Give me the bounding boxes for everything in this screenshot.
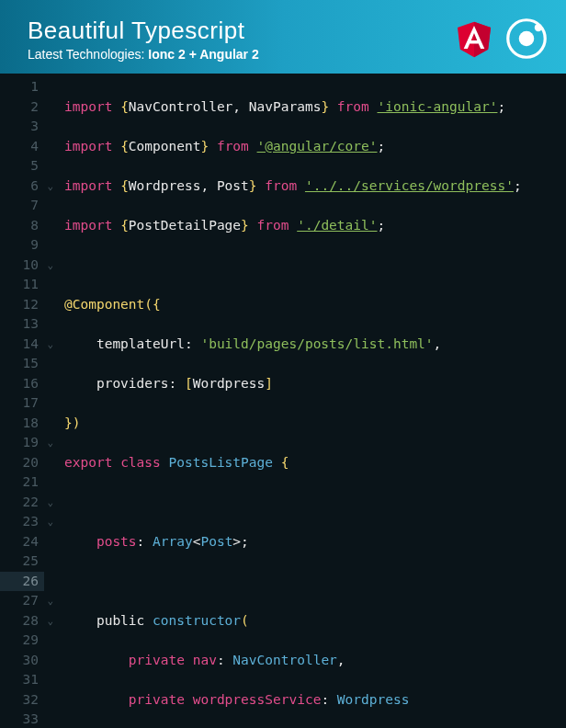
line-number: 32 bbox=[0, 690, 44, 711]
line-number: 2 bbox=[0, 97, 44, 118]
line-number: 4 bbox=[0, 137, 44, 157]
line-number: 28 bbox=[0, 611, 44, 631]
code-area[interactable]: import {NavController, NavParams} from '… bbox=[44, 74, 566, 728]
line-number: 13 bbox=[0, 314, 44, 335]
line-number: 21 bbox=[0, 472, 44, 493]
line-number: 12 bbox=[0, 295, 44, 315]
line-number: 19 bbox=[0, 433, 44, 453]
line-number: 22 bbox=[0, 493, 44, 513]
line-number: 3 bbox=[0, 117, 44, 137]
line-number: 29 bbox=[0, 631, 44, 651]
page-subtitle: Latest Technologies: Ionc 2 + Angular 2 bbox=[28, 47, 259, 62]
line-gutter: 1234567891011121314151617181920212223242… bbox=[0, 74, 44, 728]
line-number: 26 bbox=[0, 572, 44, 592]
line-number: 33 bbox=[0, 710, 44, 728]
line-number: 27 bbox=[0, 591, 44, 611]
svg-marker-1 bbox=[474, 22, 491, 57]
line-number: 14 bbox=[0, 335, 44, 355]
line-number: 7 bbox=[0, 196, 44, 216]
line-number: 15 bbox=[0, 354, 44, 374]
line-number: 5 bbox=[0, 156, 44, 176]
line-number: 10 bbox=[0, 256, 44, 276]
line-number: 25 bbox=[0, 552, 44, 572]
line-number: 20 bbox=[0, 453, 44, 473]
ionic-icon bbox=[505, 17, 548, 60]
line-number: 9 bbox=[0, 235, 44, 256]
line-number: 18 bbox=[0, 414, 44, 434]
line-number: 1 bbox=[0, 77, 44, 97]
logo-row bbox=[452, 16, 548, 62]
line-number: 11 bbox=[0, 275, 44, 295]
header-text: Beautiful Typescript Latest Technologies… bbox=[28, 17, 259, 62]
line-number: 31 bbox=[0, 670, 44, 690]
line-number: 23 bbox=[0, 512, 44, 532]
svg-point-3 bbox=[519, 31, 535, 47]
angular-icon bbox=[452, 16, 496, 62]
line-number: 6 bbox=[0, 176, 44, 197]
line-number: 17 bbox=[0, 393, 44, 414]
line-number: 8 bbox=[0, 216, 44, 236]
code-editor[interactable]: 1234567891011121314151617181920212223242… bbox=[0, 74, 566, 728]
page-title: Beautiful Typescript bbox=[28, 17, 259, 45]
line-number: 16 bbox=[0, 374, 44, 394]
line-number: 30 bbox=[0, 651, 44, 671]
svg-point-4 bbox=[535, 24, 542, 31]
line-number: 24 bbox=[0, 532, 44, 552]
header: Beautiful Typescript Latest Technologies… bbox=[0, 0, 566, 74]
